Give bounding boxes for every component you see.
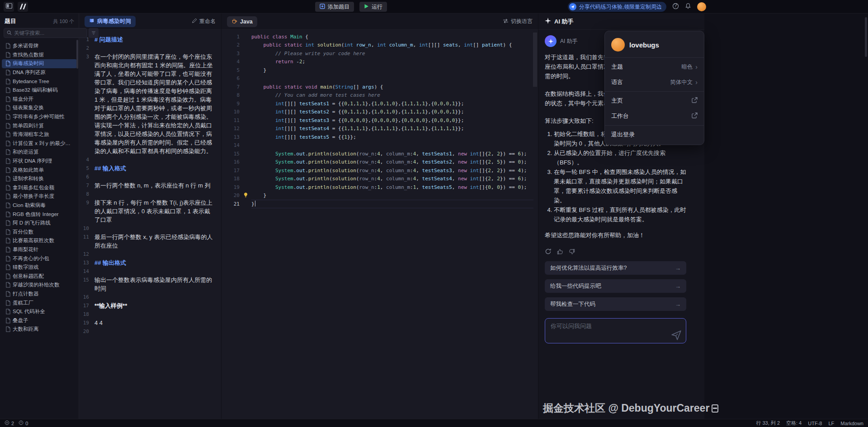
errors-indicator[interactable]: 2 — [5, 420, 14, 426]
editor-scrollbar[interactable] — [533, 33, 537, 87]
add-problem-button[interactable]: 添加题目 — [315, 2, 354, 12]
notifications-button[interactable] — [685, 3, 691, 11]
code-line[interactable]: 18 System.out.println(solution(row_n:4, … — [222, 175, 538, 183]
code-text: // Please write your code here — [251, 51, 365, 56]
sidebar-item[interactable]: 病毒感染时间 — [2, 59, 77, 68]
markdown-editor[interactable]: 1# 问题描述23在一个封闭的房间里摆满了座位，每个座位东西向和南北向都有固定 … — [79, 30, 221, 419]
eol[interactable]: LF — [828, 421, 834, 426]
menu-item-theme[interactable]: 主题 暗色› — [605, 59, 704, 75]
sidebar-item[interactable]: 创意标题匹配 — [2, 272, 77, 281]
menu-item-home[interactable]: 主页 — [605, 93, 704, 108]
chat-input-box[interactable] — [545, 318, 686, 343]
sidebar-item[interactable]: 阿 D 的飞行路线 — [2, 219, 77, 228]
sidebar-item[interactable]: 进制求和转换 — [2, 174, 77, 183]
sidebar-item[interactable]: 字符串有多少种可能性 — [2, 113, 77, 122]
sidebar-item[interactable]: 简单四则计算 — [2, 121, 77, 130]
language-mode[interactable]: Markdown — [840, 421, 863, 426]
encoding[interactable]: UTF-8 — [808, 421, 822, 426]
workspace-label: 工作台 — [611, 112, 629, 120]
code-line[interactable]: 3 // Please write your code here — [222, 49, 538, 58]
suggested-question[interactable]: 给我一些代码提示吧→ — [545, 279, 686, 293]
sidebar-item[interactable]: 大数和距离 — [2, 325, 77, 334]
empty-area — [704, 14, 868, 419]
thumbs-up-button[interactable] — [557, 248, 563, 255]
sidebar-item[interactable]: 和的逆运算 — [2, 148, 77, 157]
sidebar-item[interactable]: 及格如此简单 — [2, 165, 77, 174]
search-input[interactable] — [14, 30, 84, 36]
sidebar-item[interactable]: 百分位数 — [2, 227, 77, 236]
code-editor[interactable]: 1public class Main {2 public static int … — [222, 30, 538, 419]
menu-item-logout[interactable]: 退出登录 — [605, 127, 704, 142]
code-line[interactable]: 10 int[][] testSeats2 = {{0,1,1,1},{1,0,… — [222, 108, 538, 117]
main-area: 题目 共 100 个 多米诺骨牌查找热点数据病毒感染时间DNA 序列还原Byte… — [0, 14, 868, 419]
user-avatar[interactable] — [697, 2, 706, 11]
search-filter-button[interactable] — [89, 28, 99, 38]
switch-language-button[interactable]: 切换语言 — [503, 18, 533, 25]
code-line[interactable]: 16 System.out.println(solution(row_n:4, … — [222, 158, 538, 167]
sidebar-item[interactable]: 拿到最多红包金额 — [2, 183, 77, 192]
sidebar-item[interactable]: 蛋糕工厂 — [2, 298, 77, 307]
code-line[interactable]: 17 System.out.println(solution(row_n:4, … — [222, 166, 538, 175]
warnings-indicator[interactable]: 0 — [19, 420, 28, 426]
cursor-position[interactable]: 行 33, 列 2 — [756, 420, 780, 427]
code-line[interactable]: 14 — [222, 141, 538, 150]
sidebar-item[interactable]: 多米诺骨牌 — [2, 42, 77, 51]
sidebar-item[interactable]: 不再贪心的小包 — [2, 254, 77, 263]
sidebar-item[interactable]: 叠盘子 — [2, 316, 77, 325]
send-icon[interactable] — [670, 329, 682, 341]
rename-button[interactable]: 重命名 — [192, 18, 216, 25]
code-line[interactable]: 5 } — [222, 66, 538, 75]
menu-item-workspace[interactable]: 工作台 — [605, 108, 704, 124]
run-button[interactable]: 运行 — [359, 2, 387, 12]
sidebar-scrollbar[interactable] — [76, 40, 78, 69]
lightbulb-icon[interactable] — [243, 192, 249, 199]
code-line[interactable]: 19 System.out.println(solution(row_n:1, … — [222, 183, 538, 192]
sidebar-item[interactable]: 穿越沙漠的补给次数 — [2, 281, 77, 290]
sidebar-item[interactable]: Bytedance Tree — [2, 77, 77, 86]
sidebar-item[interactable]: 猜数字游戏 — [2, 263, 77, 272]
help-button[interactable]: ? — [672, 3, 679, 11]
code-line[interactable]: 8 // You can add more test cases here — [222, 91, 538, 100]
code-line[interactable]: 1public class Main { — [222, 33, 538, 41]
sidebar-item[interactable]: 链表聚集交换 — [2, 103, 77, 113]
code-line[interactable]: 2 public static int solution(int row_n, … — [222, 41, 538, 50]
sidebar-item[interactable]: 查找热点数据 — [2, 51, 77, 60]
sidebar-item[interactable]: 比赛最高获胜次数 — [2, 236, 77, 245]
code-line[interactable]: 7 public static void main(String[] args)… — [222, 83, 538, 91]
sidebar-item[interactable]: 计算位置 x 到 y 的最少步数 — [2, 139, 77, 148]
code-line[interactable]: 12 int[][] testSeats4 = {{1,1,1,1},{1,1,… — [222, 125, 538, 133]
language-tab[interactable]: Java — [227, 16, 257, 27]
menu-item-language[interactable]: 语言 简体中文› — [605, 75, 704, 90]
promo-banner[interactable]: 分享代码练习体验,领限量定制周边 — [568, 2, 666, 12]
sidebar-item[interactable]: 最小替换子串长度 — [2, 192, 77, 201]
problem-tab[interactable]: 病毒感染时间 — [85, 16, 136, 27]
sidebar-item[interactable]: Base32 编码和解码 — [2, 86, 77, 95]
sidebar-item[interactable]: Cion 勒索病毒 — [2, 201, 77, 210]
code-line[interactable]: 20 } — [222, 192, 538, 200]
suggested-question[interactable]: 如何优化算法以提高运行效率?→ — [545, 261, 686, 275]
code-line[interactable]: 15 System.out.println(solution(row_n:4, … — [222, 150, 538, 158]
code-line[interactable]: 11 int[][] testSeats3 = {{0,0,0,0},{0,0,… — [222, 116, 538, 125]
sidebar-item[interactable]: DNA 序列还原 — [2, 68, 77, 77]
sidebar-item[interactable]: 青海湖租车之旅 — [2, 130, 77, 139]
indentation[interactable]: 空格: 4 — [786, 420, 802, 427]
window-scrollbar[interactable] — [865, 17, 867, 57]
regenerate-button[interactable] — [545, 248, 552, 255]
code-line[interactable]: 6 — [222, 75, 538, 83]
chat-input[interactable] — [551, 322, 670, 339]
thumbs-down-button[interactable] — [569, 248, 575, 255]
sidebar-item[interactable]: RGB 色值转 Integer — [2, 210, 77, 219]
sidebar-item[interactable]: SQL 代码补全 — [2, 307, 77, 316]
sidebar-item[interactable]: 打点计数器 — [2, 290, 77, 299]
code-line[interactable]: 13 int[][] testSeats5 = {{1}}; — [222, 133, 538, 141]
sidebar-item[interactable]: 猫盒分开 — [2, 95, 77, 104]
sidebar-item[interactable]: 暴雨梨花针 — [2, 245, 77, 254]
sidebar-item[interactable]: 环状 DNA 序列理 — [2, 157, 77, 166]
code-line[interactable]: 4 return -2; — [222, 58, 538, 66]
sidebar-toggle-button[interactable] — [4, 2, 14, 12]
markdown-line: 9接下来 n 行，每行 m 个整数 T(i, j)表示座位上的人戴口罩情况，0 … — [82, 198, 216, 224]
code-line[interactable]: 9 int[][] testSeats1 = {{0,1,1,1},{1,0,1… — [222, 99, 538, 108]
line-number: 18 — [82, 310, 94, 319]
code-line[interactable]: 21} — [222, 200, 538, 208]
suggested-question[interactable]: 帮我检查一下代码→ — [545, 297, 686, 311]
